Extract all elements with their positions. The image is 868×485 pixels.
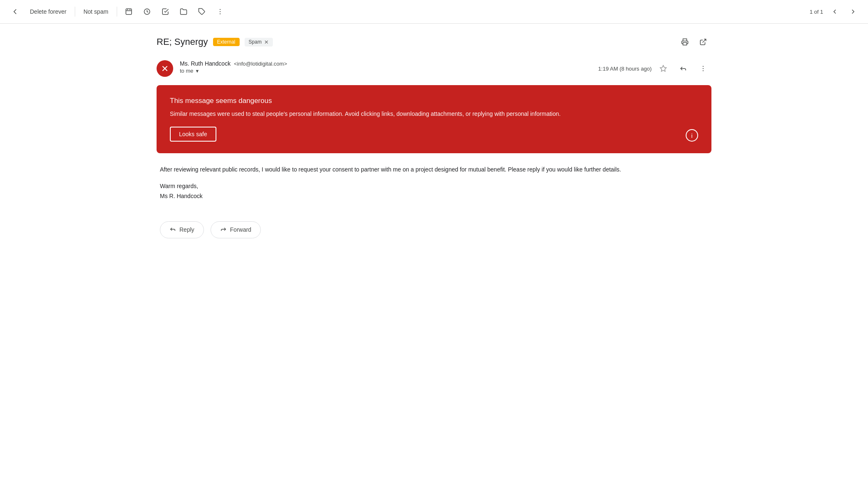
- spam-badge: Spam ✕: [245, 38, 273, 47]
- svg-point-3: [220, 9, 221, 10]
- reply-icon-button[interactable]: [675, 60, 691, 77]
- star-button[interactable]: [655, 60, 672, 77]
- add-to-tasks-button[interactable]: [157, 3, 174, 20]
- svg-marker-10: [660, 66, 667, 71]
- next-email-button[interactable]: [845, 3, 861, 20]
- action-buttons: Reply Forward: [157, 221, 711, 238]
- danger-banner: This message seems dangerous Similar mes…: [157, 85, 711, 153]
- email-container: RE; Synergy External Spam ✕: [143, 24, 725, 248]
- svg-rect-6: [683, 43, 687, 45]
- toolbar-right: 1 of 1: [809, 3, 861, 20]
- remove-spam-badge-button[interactable]: ✕: [264, 39, 269, 45]
- to-me-label: to me: [180, 68, 194, 74]
- looks-safe-button[interactable]: Looks safe: [170, 127, 216, 142]
- not-spam-button[interactable]: Not spam: [78, 5, 113, 18]
- sender-details: Ms. Ruth Handcock <info@lotidigital.com>…: [180, 60, 591, 74]
- body-paragraph-2: Warm regards, Ms R. Handcock: [160, 181, 708, 201]
- body-paragraph-1: After reviewing relevant public records,…: [160, 165, 708, 175]
- more-options-button[interactable]: [212, 3, 228, 20]
- subject-actions: [677, 34, 711, 50]
- toolbar: Delete forever Not spam: [0, 0, 868, 24]
- more-actions-button[interactable]: [695, 60, 711, 77]
- svg-rect-0: [126, 9, 132, 15]
- subject-row: RE; Synergy External Spam ✕: [157, 34, 711, 50]
- danger-banner-title: This message seems dangerous: [170, 97, 698, 105]
- prev-email-button[interactable]: [826, 3, 843, 20]
- forward-button-label: Forward: [230, 226, 251, 233]
- remind-me-button[interactable]: [139, 3, 155, 20]
- forward-button[interactable]: Forward: [211, 221, 261, 238]
- delete-forever-button[interactable]: Delete forever: [25, 5, 71, 18]
- sender-email: <info@lotidigital.com>: [234, 61, 287, 67]
- svg-point-4: [220, 11, 221, 12]
- expand-recipients-icon[interactable]: ▼: [195, 69, 200, 73]
- reply-arrow-icon: [169, 226, 176, 234]
- back-button[interactable]: [7, 3, 23, 20]
- svg-point-13: [703, 70, 704, 71]
- sender-name: Ms. Ruth Handcock: [180, 60, 230, 67]
- reply-button[interactable]: Reply: [160, 221, 204, 238]
- toolbar-divider: [75, 7, 75, 17]
- forward-arrow-icon: [220, 226, 227, 234]
- external-badge: External: [213, 38, 240, 46]
- svg-line-7: [703, 39, 706, 42]
- danger-info-icon: i: [686, 129, 698, 142]
- sender-avatar: [157, 60, 173, 77]
- email-header: Ms. Ruth Handcock <info@lotidigital.com>…: [157, 60, 711, 77]
- email-body: After reviewing relevant public records,…: [157, 165, 711, 201]
- svg-point-11: [703, 66, 704, 67]
- move-to-button[interactable]: [175, 3, 192, 20]
- spam-badge-label: Spam: [249, 39, 262, 45]
- pagination-info: 1 of 1: [809, 9, 823, 15]
- header-right: 1:19 AM (8 hours ago): [598, 60, 711, 77]
- subject-title: RE; Synergy: [157, 37, 208, 47]
- danger-banner-text: Similar messages were used to steal peop…: [170, 109, 672, 118]
- sender-name-row: Ms. Ruth Handcock <info@lotidigital.com>: [180, 60, 591, 67]
- to-me[interactable]: to me ▼: [180, 68, 591, 74]
- svg-point-12: [703, 68, 704, 69]
- reply-button-label: Reply: [179, 226, 194, 233]
- snooze-button[interactable]: [120, 3, 137, 20]
- open-in-new-window-button[interactable]: [695, 34, 711, 50]
- toolbar-divider-2: [117, 7, 117, 17]
- email-timestamp: 1:19 AM (8 hours ago): [598, 66, 652, 72]
- svg-point-5: [220, 13, 221, 14]
- label-button[interactable]: [194, 3, 210, 20]
- toolbar-left: Delete forever Not spam: [7, 3, 806, 20]
- print-button[interactable]: [677, 34, 693, 50]
